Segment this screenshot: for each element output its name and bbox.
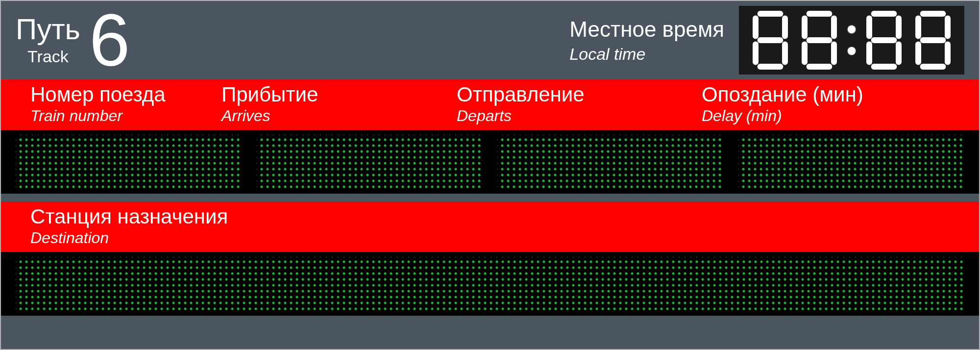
svg-rect-4 <box>782 16 788 39</box>
svg-rect-19 <box>866 41 872 65</box>
svg-rect-12 <box>802 41 808 65</box>
col-departs: Отправление Departs <box>447 83 692 125</box>
track-label-ru: Путь <box>16 15 80 44</box>
col-departs-en: Departs <box>457 107 692 125</box>
svg-rect-5 <box>753 41 759 65</box>
svg-rect-15 <box>871 37 897 43</box>
svg-rect-6 <box>782 41 788 65</box>
col-delay-en: Delay (min) <box>702 107 979 125</box>
clock-digit <box>863 11 905 70</box>
destination-header: Станция назначения Destination <box>1 201 979 252</box>
local-time-ru: Местное время <box>569 17 724 42</box>
col-delay: Опоздание (мин) Delay (min) <box>692 83 979 125</box>
led-row-destination <box>1 252 979 316</box>
svg-rect-20 <box>896 41 902 65</box>
column-headers: Номер поезда Train number Прибытие Arriv… <box>1 79 979 130</box>
track-block: Путь Track 6 <box>16 3 130 77</box>
destination-ru: Станция назначения <box>30 205 228 228</box>
col-train-number-ru: Номер поезда <box>30 83 212 106</box>
led-destination <box>16 257 964 311</box>
svg-rect-25 <box>945 16 951 39</box>
svg-rect-11 <box>831 16 837 39</box>
track-number: 6 <box>89 3 130 77</box>
svg-rect-2 <box>758 64 784 70</box>
col-train-number-en: Train number <box>30 107 212 125</box>
svg-rect-18 <box>896 16 902 39</box>
svg-rect-7 <box>807 11 833 17</box>
svg-rect-10 <box>802 16 808 39</box>
clock-digit <box>750 11 791 70</box>
svg-rect-8 <box>807 37 833 43</box>
track-label-en: Track <box>27 47 69 66</box>
spacer <box>1 194 979 201</box>
svg-rect-3 <box>753 16 759 39</box>
svg-rect-17 <box>866 16 872 39</box>
track-labels: Путь Track <box>16 15 80 66</box>
header: Путь Track 6 Местное время Local time <box>1 1 979 79</box>
svg-rect-13 <box>831 41 837 65</box>
svg-rect-14 <box>871 11 897 17</box>
svg-rect-23 <box>920 64 946 70</box>
local-time-label: Местное время Local time <box>569 17 724 64</box>
svg-rect-26 <box>915 41 921 65</box>
svg-rect-1 <box>758 37 784 43</box>
clock-display <box>739 6 964 75</box>
led-departs <box>497 135 724 189</box>
destination-en: Destination <box>30 229 228 247</box>
svg-rect-24 <box>915 16 921 39</box>
col-train-number: Номер поезда Train number <box>1 83 212 125</box>
col-destination: Станция назначения Destination <box>1 205 228 247</box>
col-departs-ru: Отправление <box>457 83 692 106</box>
clock-digit <box>912 11 954 70</box>
led-delay <box>738 135 965 189</box>
col-arrives: Прибытие Arrives <box>212 83 447 125</box>
departure-board: Путь Track 6 Местное время Local time <box>0 0 980 350</box>
svg-rect-22 <box>920 37 946 43</box>
svg-rect-0 <box>758 11 784 17</box>
clock-colon <box>848 25 856 55</box>
svg-rect-16 <box>871 64 897 70</box>
led-train-number <box>16 135 242 189</box>
local-time-en: Local time <box>569 45 724 64</box>
svg-rect-21 <box>920 11 946 17</box>
col-arrives-en: Arrives <box>221 107 447 125</box>
col-arrives-ru: Прибытие <box>221 83 447 106</box>
col-delay-ru: Опоздание (мин) <box>702 83 979 106</box>
svg-rect-27 <box>945 41 951 65</box>
svg-rect-9 <box>807 64 833 70</box>
led-arrives <box>257 135 483 189</box>
clock-digit <box>799 11 840 70</box>
led-row-data <box>1 130 979 194</box>
